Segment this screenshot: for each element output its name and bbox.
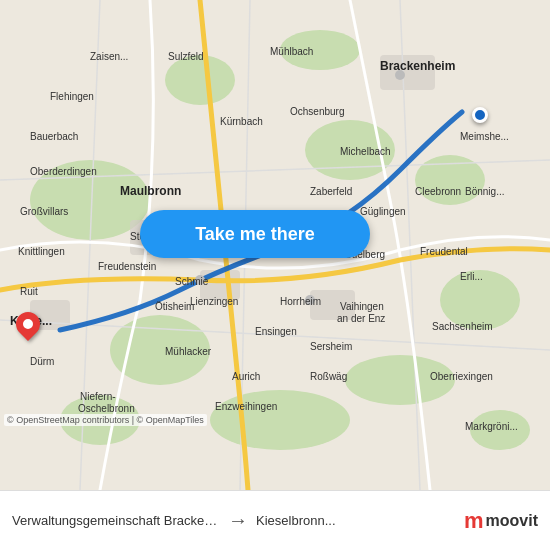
svg-text:Sachsenheim: Sachsenheim [432,321,493,332]
svg-text:Ruit: Ruit [20,286,38,297]
bottom-bar: Verwaltungsgemeinschaft Brackenheim... →… [0,490,550,550]
svg-text:Sersheim: Sersheim [310,341,352,352]
svg-text:Zaisen...: Zaisen... [90,51,128,62]
svg-text:Dürm: Dürm [30,356,54,367]
moovit-logo: m moovit [464,508,538,534]
svg-text:Maulbronn: Maulbronn [120,184,181,198]
destination-label-container: Kieselbronn... [256,513,464,528]
svg-text:Roßwäg: Roßwäg [310,371,347,382]
svg-text:an der Enz: an der Enz [337,313,385,324]
svg-text:Oschelbronn: Oschelbronn [78,403,135,414]
svg-point-3 [210,390,350,450]
origin-label: Verwaltungsgemeinschaft Brackenheim... [12,513,220,528]
svg-text:Zaberfeld: Zaberfeld [310,186,352,197]
svg-text:Enzweihingen: Enzweihingen [215,401,277,412]
svg-text:Erli...: Erli... [460,271,483,282]
svg-text:Bönnig...: Bönnig... [465,186,504,197]
svg-point-7 [165,55,235,105]
svg-text:Horrheim: Horrheim [280,296,321,307]
svg-text:Flehingen: Flehingen [50,91,94,102]
svg-text:Ochsenburg: Ochsenburg [290,106,344,117]
svg-text:Knittlingen: Knittlingen [18,246,65,257]
destination-label: Kieselbronn... [256,513,464,528]
svg-text:Markgröni...: Markgröni... [465,421,518,432]
svg-text:Freudental: Freudental [420,246,468,257]
svg-text:Ötisheim: Ötisheim [155,301,194,312]
svg-text:Oberderdingen: Oberderdingen [30,166,97,177]
destination-marker [14,312,42,348]
moovit-brand-text: moovit [486,512,538,530]
svg-text:Vaihingen: Vaihingen [340,301,384,312]
svg-text:Aurich: Aurich [232,371,260,382]
svg-text:Mühlacker: Mühlacker [165,346,212,357]
svg-text:Großvillars: Großvillars [20,206,68,217]
direction-arrow: → [228,509,248,532]
svg-text:Brackenheim: Brackenheim [380,59,455,73]
origin-label-container: Verwaltungsgemeinschaft Brackenheim... [12,513,220,528]
svg-text:Schmie: Schmie [175,276,209,287]
svg-text:Cleebronn: Cleebronn [415,186,461,197]
svg-text:Kürnbach: Kürnbach [220,116,263,127]
svg-text:Güglingen: Güglingen [360,206,406,217]
svg-text:Meimshe...: Meimshe... [460,131,509,142]
svg-text:Freudenstein: Freudenstein [98,261,156,272]
map-attribution: © OpenStreetMap contributors | © OpenMap… [4,414,207,426]
svg-text:Bauerbach: Bauerbach [30,131,78,142]
svg-text:Ensingen: Ensingen [255,326,297,337]
take-me-there-button[interactable]: Take me there [140,210,370,258]
moovit-m-icon: m [464,508,484,534]
svg-text:Lienzingen: Lienzingen [190,296,238,307]
svg-text:Sulzfeld: Sulzfeld [168,51,204,62]
svg-text:Michelbach: Michelbach [340,146,391,157]
svg-text:Oberriexingen: Oberriexingen [430,371,493,382]
svg-text:Mühlbach: Mühlbach [270,46,313,57]
map-container: Maulbronn Brackenheim Meimshe... Kiese..… [0,0,550,490]
origin-marker [472,107,488,123]
svg-text:Niefern-: Niefern- [80,391,116,402]
